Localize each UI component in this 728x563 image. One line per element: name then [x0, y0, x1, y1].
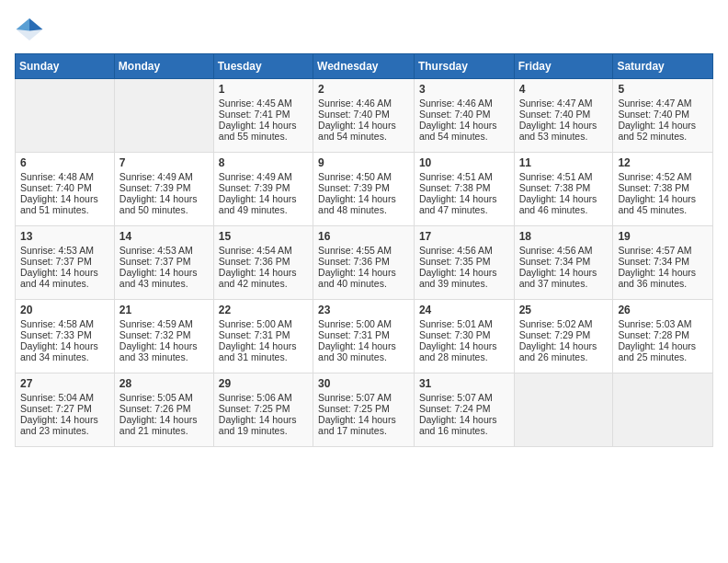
day-number: 14: [119, 230, 209, 243]
calendar-cell: 1Sunrise: 4:45 AMSunset: 7:41 PMDaylight…: [213, 79, 313, 153]
day-info: Daylight: 14 hours and 55 minutes.: [219, 120, 308, 142]
day-info: Sunrise: 4:54 AM: [219, 245, 308, 256]
day-info: Daylight: 14 hours and 42 minutes.: [219, 267, 308, 289]
day-info: Daylight: 14 hours and 25 minutes.: [618, 340, 708, 362]
calendar-cell: 13Sunrise: 4:53 AMSunset: 7:37 PMDayligh…: [16, 226, 115, 300]
calendar-week-2: 6Sunrise: 4:48 AMSunset: 7:40 PMDaylight…: [16, 153, 713, 226]
day-info: Sunset: 7:40 PM: [318, 109, 409, 120]
weekday-saturday: Saturday: [613, 54, 713, 79]
calendar-body: 1Sunrise: 4:45 AMSunset: 7:41 PMDaylight…: [16, 79, 713, 447]
calendar-cell: 10Sunrise: 4:51 AMSunset: 7:38 PMDayligh…: [414, 153, 514, 226]
day-info: Daylight: 14 hours and 28 minutes.: [419, 340, 509, 362]
day-info: Sunrise: 5:05 AM: [119, 392, 209, 403]
day-number: 20: [20, 304, 109, 316]
day-info: Sunrise: 5:07 AM: [419, 392, 509, 403]
calendar-cell: 31Sunrise: 5:07 AMSunset: 7:24 PMDayligh…: [414, 373, 514, 447]
day-info: Sunset: 7:34 PM: [519, 256, 609, 267]
day-number: 15: [219, 230, 308, 243]
day-info: Sunset: 7:28 PM: [618, 329, 708, 340]
day-number: 28: [119, 377, 209, 390]
calendar-cell: 12Sunrise: 4:52 AMSunset: 7:38 PMDayligh…: [613, 153, 713, 226]
day-info: Sunrise: 4:55 AM: [318, 245, 409, 256]
day-info: Sunrise: 5:02 AM: [519, 318, 609, 329]
day-info: Sunrise: 4:47 AM: [618, 98, 708, 109]
day-info: Sunset: 7:27 PM: [20, 403, 109, 414]
day-number: 29: [219, 377, 308, 390]
day-number: 4: [519, 83, 609, 96]
calendar-cell: [114, 79, 213, 153]
weekday-header-row: SundayMondayTuesdayWednesdayThursdayFrid…: [16, 54, 713, 79]
day-number: 6: [20, 156, 109, 169]
day-info: Sunset: 7:39 PM: [318, 182, 409, 193]
day-number: 17: [419, 230, 509, 243]
day-info: Daylight: 14 hours and 39 minutes.: [419, 267, 509, 289]
day-number: 2: [318, 83, 409, 96]
day-number: 19: [618, 230, 708, 243]
day-number: 25: [519, 304, 609, 316]
calendar-cell: 9Sunrise: 4:50 AMSunset: 7:39 PMDaylight…: [313, 153, 415, 226]
day-number: 31: [419, 377, 509, 390]
calendar-cell: 21Sunrise: 4:59 AMSunset: 7:32 PMDayligh…: [114, 300, 213, 373]
day-info: Sunrise: 4:49 AM: [119, 171, 209, 182]
day-info: Sunset: 7:40 PM: [519, 109, 609, 120]
calendar-cell: 17Sunrise: 4:56 AMSunset: 7:35 PMDayligh…: [414, 226, 514, 300]
calendar-cell: 15Sunrise: 4:54 AMSunset: 7:36 PMDayligh…: [213, 226, 313, 300]
day-info: Sunset: 7:40 PM: [20, 182, 109, 193]
svg-marker-1: [29, 18, 42, 31]
day-info: Daylight: 14 hours and 19 minutes.: [219, 414, 308, 436]
logo: [15, 15, 48, 44]
day-info: Sunrise: 4:46 AM: [419, 98, 509, 109]
day-info: Sunrise: 4:56 AM: [419, 245, 509, 256]
day-info: Sunset: 7:25 PM: [219, 403, 308, 414]
day-info: Sunset: 7:40 PM: [618, 109, 708, 120]
day-number: 11: [519, 156, 609, 169]
weekday-monday: Monday: [114, 54, 213, 79]
calendar-cell: 3Sunrise: 4:46 AMSunset: 7:40 PMDaylight…: [414, 79, 514, 153]
day-info: Sunset: 7:30 PM: [419, 329, 509, 340]
day-info: Daylight: 14 hours and 44 minutes.: [20, 267, 109, 289]
day-info: Sunrise: 5:01 AM: [419, 318, 509, 329]
day-info: Sunrise: 4:58 AM: [20, 318, 109, 329]
day-info: Daylight: 14 hours and 37 minutes.: [519, 267, 609, 289]
day-number: 10: [419, 156, 509, 169]
logo-icon: [15, 15, 44, 44]
day-info: Sunrise: 4:50 AM: [318, 171, 409, 182]
calendar-table: SundayMondayTuesdayWednesdayThursdayFrid…: [15, 53, 713, 447]
day-info: Daylight: 14 hours and 26 minutes.: [519, 340, 609, 362]
day-info: Sunrise: 4:51 AM: [519, 171, 609, 182]
calendar-cell: 28Sunrise: 5:05 AMSunset: 7:26 PMDayligh…: [114, 373, 213, 447]
day-number: 16: [318, 230, 409, 243]
day-info: Sunrise: 4:46 AM: [318, 98, 409, 109]
calendar-cell: 29Sunrise: 5:06 AMSunset: 7:25 PMDayligh…: [213, 373, 313, 447]
day-number: 26: [618, 304, 708, 316]
calendar-cell: 20Sunrise: 4:58 AMSunset: 7:33 PMDayligh…: [16, 300, 115, 373]
day-info: Sunrise: 4:51 AM: [419, 171, 509, 182]
calendar-week-3: 13Sunrise: 4:53 AMSunset: 7:37 PMDayligh…: [16, 226, 713, 300]
day-info: Daylight: 14 hours and 50 minutes.: [119, 193, 209, 215]
day-info: Daylight: 14 hours and 47 minutes.: [419, 193, 509, 215]
day-info: Sunset: 7:38 PM: [618, 182, 708, 193]
calendar-cell: 4Sunrise: 4:47 AMSunset: 7:40 PMDaylight…: [514, 79, 613, 153]
calendar-cell: 19Sunrise: 4:57 AMSunset: 7:34 PMDayligh…: [613, 226, 713, 300]
weekday-sunday: Sunday: [16, 54, 115, 79]
calendar-cell: 8Sunrise: 4:49 AMSunset: 7:39 PMDaylight…: [213, 153, 313, 226]
day-info: Sunset: 7:40 PM: [419, 109, 509, 120]
day-info: Sunset: 7:38 PM: [419, 182, 509, 193]
day-info: Sunrise: 5:00 AM: [219, 318, 308, 329]
day-number: 5: [618, 83, 708, 96]
day-info: Daylight: 14 hours and 16 minutes.: [419, 414, 509, 436]
calendar-cell: 26Sunrise: 5:03 AMSunset: 7:28 PMDayligh…: [613, 300, 713, 373]
calendar-cell: 18Sunrise: 4:56 AMSunset: 7:34 PMDayligh…: [514, 226, 613, 300]
day-info: Sunrise: 4:49 AM: [219, 171, 308, 182]
day-number: 22: [219, 304, 308, 316]
day-info: Daylight: 14 hours and 54 minutes.: [419, 120, 509, 142]
calendar-cell: 6Sunrise: 4:48 AMSunset: 7:40 PMDaylight…: [16, 153, 115, 226]
day-number: 13: [20, 230, 109, 243]
day-info: Sunset: 7:35 PM: [419, 256, 509, 267]
day-info: Daylight: 14 hours and 17 minutes.: [318, 414, 409, 436]
calendar-week-5: 27Sunrise: 5:04 AMSunset: 7:27 PMDayligh…: [16, 373, 713, 447]
day-info: Sunset: 7:25 PM: [318, 403, 409, 414]
day-info: Sunrise: 5:07 AM: [318, 392, 409, 403]
weekday-friday: Friday: [514, 54, 613, 79]
day-info: Daylight: 14 hours and 43 minutes.: [119, 267, 209, 289]
